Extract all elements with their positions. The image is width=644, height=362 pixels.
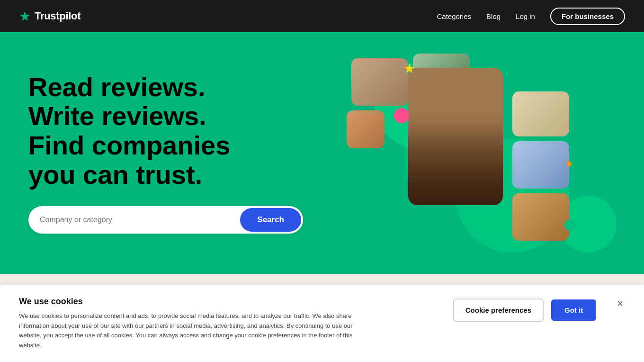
cookie-title: We use cookies xyxy=(19,297,434,307)
hero-section: Read reviews. Write reviews. Find compan… xyxy=(0,32,644,274)
search-input[interactable] xyxy=(28,206,238,234)
search-bar: Search xyxy=(28,206,303,234)
collage-image-right1 xyxy=(512,91,569,136)
nav-links: Categories Blog Log in For businesses xyxy=(437,8,626,25)
cookie-preferences-button[interactable]: Cookie preferences xyxy=(453,299,544,322)
navbar: ★ Trustpilot Categories Blog Log in For … xyxy=(0,0,644,32)
collage-image-midleft xyxy=(347,110,385,148)
collage-image-right3 xyxy=(512,193,569,241)
logo-link[interactable]: ★ Trustpilot xyxy=(19,9,80,24)
collage-main-photo xyxy=(408,68,503,205)
nav-login-link[interactable]: Log in xyxy=(516,12,535,20)
trustpilot-star-icon: ★ xyxy=(19,9,31,24)
decorative-dot-green xyxy=(564,219,576,231)
for-businesses-button[interactable]: For businesses xyxy=(550,8,625,25)
cookie-actions: Cookie preferences Got it xyxy=(453,299,596,322)
collage-image-right2 xyxy=(512,141,569,189)
search-button[interactable]: Search xyxy=(240,208,301,232)
cookie-got-it-button[interactable]: Got it xyxy=(551,299,596,321)
collage-image-main xyxy=(408,68,503,205)
decorative-star-yellow-icon: ★ xyxy=(403,61,415,76)
cookie-close-button[interactable]: × xyxy=(615,297,625,311)
collage-image-topleft xyxy=(351,58,408,106)
nav-categories-link[interactable]: Categories xyxy=(437,12,472,20)
cookie-text-block: We use cookies We use cookies to persona… xyxy=(19,297,434,331)
hero-headline: Read reviews. Write reviews. Find compan… xyxy=(28,72,351,189)
decorative-dot-pink xyxy=(394,108,409,123)
cookie-body: We use cookies to personalize content an… xyxy=(19,311,360,331)
cookie-banner: We use cookies We use cookies to persona… xyxy=(0,285,644,331)
decorative-star-orange-icon: ★ xyxy=(564,158,574,170)
hero-left-content: Read reviews. Write reviews. Find compan… xyxy=(28,72,351,234)
logo-text: Trustpilot xyxy=(35,10,80,22)
nav-blog-link[interactable]: Blog xyxy=(486,12,501,20)
hero-collage: ★ ★ xyxy=(351,54,616,253)
